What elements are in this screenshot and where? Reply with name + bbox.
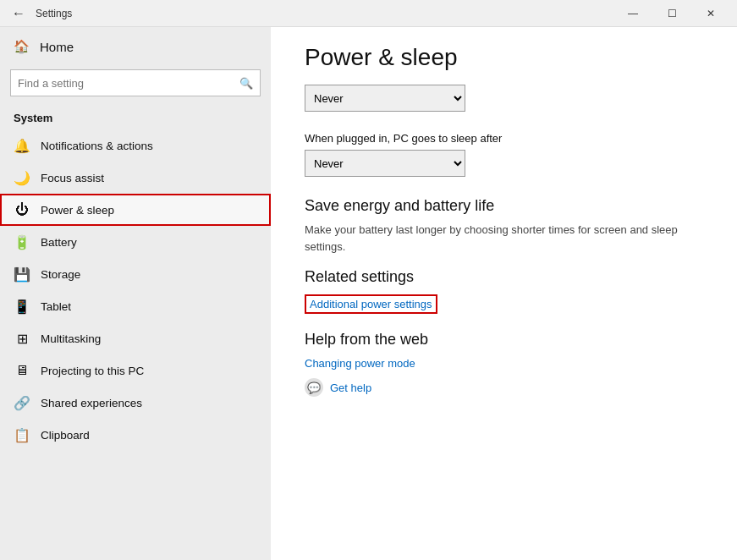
sleep-dropdown-2[interactable]: Never 1 minute 2 minutes 5 minutes 10 mi…	[305, 150, 465, 177]
home-icon: 🏠	[14, 39, 30, 54]
main-container: 🏠 Home 🔍 System 🔔 Notifications & action…	[0, 27, 737, 560]
sidebar-home-button[interactable]: 🏠 Home	[0, 27, 271, 66]
search-input[interactable]	[18, 77, 239, 90]
sidebar-item-multitasking-label: Multitasking	[41, 332, 101, 345]
search-icon: 🔍	[239, 77, 253, 90]
sleep-label: When plugged in, PC goes to sleep after	[305, 132, 703, 145]
sidebar: 🏠 Home 🔍 System 🔔 Notifications & action…	[0, 27, 271, 560]
home-label: Home	[40, 40, 74, 54]
clipboard-icon: 📋	[14, 426, 30, 443]
sidebar-item-storage-label: Storage	[41, 268, 80, 281]
back-button[interactable]: ←	[7, 2, 30, 25]
multitasking-icon: ⊞	[14, 330, 30, 347]
sidebar-item-projecting[interactable]: 🖥 Projecting to this PC	[0, 354, 271, 387]
sidebar-item-notifications-label: Notifications & actions	[41, 140, 153, 152]
sidebar-item-clipboard-label: Clipboard	[41, 429, 90, 442]
sidebar-item-battery-label: Battery	[41, 236, 77, 249]
additional-power-settings-link[interactable]: Additional power settings	[305, 294, 437, 314]
related-settings-title: Related settings	[305, 268, 703, 286]
sidebar-item-power-label: Power & sleep	[41, 204, 114, 217]
sidebar-item-shared[interactable]: 🔗 Shared experiences	[0, 387, 271, 419]
window-title: Settings	[30, 8, 613, 19]
sidebar-item-tablet[interactable]: 📱 Tablet	[0, 290, 271, 322]
get-help-link[interactable]: Get help	[330, 382, 371, 394]
save-energy-title: Save energy and battery life	[305, 197, 703, 215]
sidebar-item-power[interactable]: ⏻ Power & sleep	[0, 194, 271, 226]
sleep-dropdown-1-container: Never 1 minute 2 minutes 5 minutes 10 mi…	[305, 85, 703, 112]
sidebar-item-multitasking[interactable]: ⊞ Multitasking	[0, 322, 271, 354]
sleep-dropdown-1[interactable]: Never 1 minute 2 minutes 5 minutes 10 mi…	[305, 85, 465, 112]
sidebar-item-tablet-label: Tablet	[41, 300, 71, 313]
window-controls: — ☐ ✕	[613, 0, 730, 27]
focus-icon: 🌙	[14, 169, 30, 186]
sidebar-item-focus-label: Focus assist	[41, 172, 104, 184]
shared-icon: 🔗	[14, 394, 30, 411]
sidebar-item-battery[interactable]: 🔋 Battery	[0, 226, 271, 258]
sidebar-item-clipboard[interactable]: 📋 Clipboard	[0, 419, 271, 451]
sidebar-item-focus[interactable]: 🌙 Focus assist	[0, 162, 271, 194]
tablet-icon: 📱	[14, 298, 30, 315]
related-settings-section: Related settings Additional power settin…	[305, 268, 703, 314]
maximize-button[interactable]: ☐	[652, 0, 691, 27]
notifications-icon: 🔔	[14, 137, 30, 154]
sidebar-section-label: System	[0, 105, 271, 129]
sidebar-item-projecting-label: Projecting to this PC	[41, 365, 144, 377]
help-title: Help from the web	[305, 331, 703, 349]
changing-power-mode-link[interactable]: Changing power mode	[305, 357, 703, 370]
minimize-button[interactable]: —	[613, 0, 652, 27]
title-bar: ← Settings — ☐ ✕	[0, 0, 737, 27]
sidebar-item-notifications[interactable]: 🔔 Notifications & actions	[0, 129, 271, 162]
get-help-row: 💬 Get help	[305, 378, 703, 397]
sidebar-item-storage[interactable]: 💾 Storage	[0, 258, 271, 290]
sleep-dropdown-2-container: When plugged in, PC goes to sleep after …	[305, 132, 703, 177]
power-icon: ⏻	[14, 201, 30, 218]
get-help-icon: 💬	[305, 378, 323, 397]
search-box[interactable]: 🔍	[10, 69, 261, 96]
page-title: Power & sleep	[305, 44, 703, 71]
content-panel: Power & sleep Never 1 minute 2 minutes 5…	[271, 27, 737, 560]
sidebar-item-shared-label: Shared experiences	[41, 397, 142, 409]
help-section: Help from the web Changing power mode	[305, 331, 703, 370]
save-energy-desc: Make your battery last longer by choosin…	[305, 222, 703, 255]
battery-icon: 🔋	[14, 233, 30, 250]
save-energy-section: Save energy and battery life Make your b…	[305, 197, 703, 255]
close-button[interactable]: ✕	[691, 0, 730, 27]
projecting-icon: 🖥	[14, 362, 30, 379]
storage-icon: 💾	[14, 266, 30, 283]
